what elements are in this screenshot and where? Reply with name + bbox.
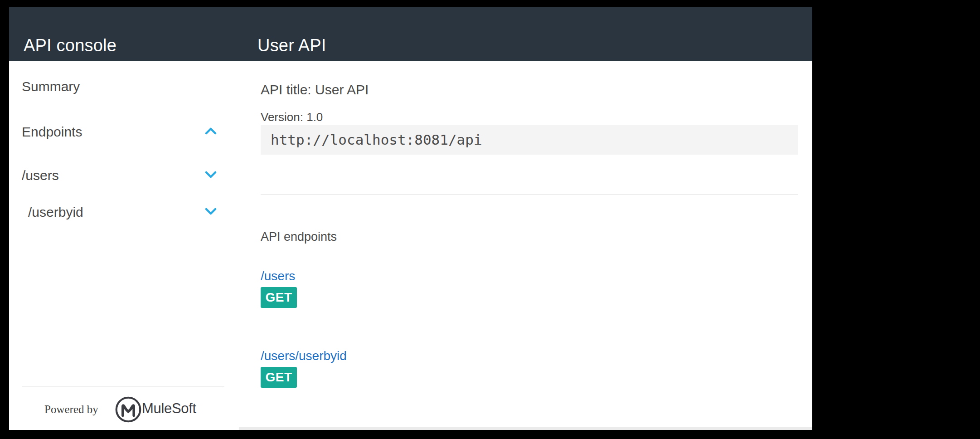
mulesoft-wordmark[interactable]: MuleSoft <box>142 400 196 417</box>
app-title: API console <box>24 35 116 56</box>
endpoint-entry-userbyid: /users/userbyid GET <box>261 349 533 408</box>
header-bar: API console User API <box>9 7 812 61</box>
sidebar-item-summary[interactable]: Summary <box>22 78 239 96</box>
sidebar-item-label: Summary <box>22 78 80 96</box>
sidebar-item-endpoints[interactable]: Endpoints <box>22 123 239 141</box>
sidebar-item-userbyid[interactable]: /userbyid <box>22 203 239 221</box>
chevron-up-icon[interactable] <box>205 127 217 135</box>
mulesoft-logo-icon[interactable] <box>115 396 142 423</box>
endpoint-link-userbyid[interactable]: /users/userbyid <box>261 349 347 363</box>
get-method-badge[interactable]: GET <box>261 287 297 308</box>
powered-by-footer: Powered by MuleSoft <box>9 396 252 428</box>
chevron-down-icon[interactable] <box>205 207 217 215</box>
horizontal-scrollbar[interactable] <box>239 427 812 430</box>
chevron-down-icon[interactable] <box>205 171 217 179</box>
screenshot-canvas: API console User API Summary Endpoints /… <box>0 0 980 439</box>
header-api-title: User API <box>257 35 326 56</box>
endpoint-entry-users: /users GET <box>261 269 533 328</box>
powered-by-label: Powered by <box>44 403 98 416</box>
main-content: API title: User API Version: 1.0 http://… <box>252 61 812 430</box>
api-endpoints-heading: API endpoints <box>261 230 337 244</box>
base-uri-block: http://localhost:8081/api <box>261 125 798 155</box>
api-version-text: Version: 1.0 <box>261 110 323 124</box>
api-title-text: API title: User API <box>261 82 369 98</box>
api-console-window: API console User API Summary Endpoints /… <box>9 7 812 430</box>
sidebar-item-users[interactable]: /users <box>22 166 239 185</box>
sidebar-item-label: Endpoints <box>22 123 82 141</box>
sidebar-item-label: /userbyid <box>28 203 83 221</box>
get-method-badge[interactable]: GET <box>261 367 297 388</box>
sidebar: Summary Endpoints /users <box>9 61 252 430</box>
base-uri-text: http://localhost:8081/api <box>261 125 798 155</box>
sidebar-item-label: /users <box>22 166 59 185</box>
sidebar-footer-divider <box>22 386 224 386</box>
section-divider <box>261 194 798 195</box>
endpoint-link-users[interactable]: /users <box>261 269 295 283</box>
